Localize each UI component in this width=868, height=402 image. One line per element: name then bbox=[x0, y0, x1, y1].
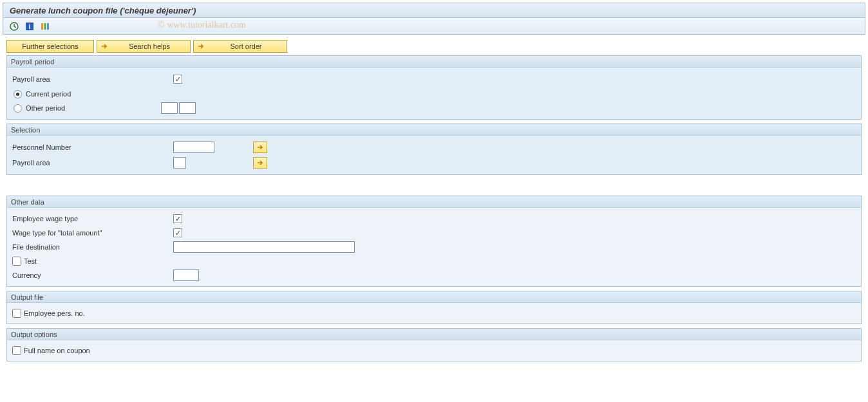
sel-payroll-area-input[interactable] bbox=[173, 157, 186, 169]
app-toolbar: i © www.tutorialkart.com bbox=[3, 18, 865, 35]
content-area: Further selections Search helps Sort ord… bbox=[0, 35, 868, 370]
wage-type-total-checkbox[interactable]: ✓ bbox=[173, 228, 182, 237]
currency-label: Currency bbox=[12, 271, 173, 279]
sel-payroll-area-multi-button[interactable] bbox=[253, 157, 267, 169]
search-helps-button[interactable]: Search helps bbox=[97, 40, 191, 53]
personnel-number-multi-button[interactable] bbox=[253, 142, 267, 153]
payroll-area-label: Payroll area bbox=[12, 75, 173, 83]
further-selections-label: Further selections bbox=[22, 42, 78, 50]
watermark-text: © www.tutorialkart.com bbox=[158, 20, 246, 30]
arrow-right-icon bbox=[100, 42, 109, 51]
sort-order-button[interactable]: Sort order bbox=[193, 40, 287, 53]
execute-icon[interactable] bbox=[8, 21, 20, 32]
other-data-group: Other data Employee wage type ✓ Wage typ… bbox=[6, 196, 862, 287]
arrow-right-icon bbox=[196, 42, 205, 51]
payroll-area-checkbox[interactable]: ✓ bbox=[173, 75, 182, 84]
page-title: Generate lunch coupon file ('chèque déje… bbox=[10, 6, 196, 15]
further-selections-button[interactable]: Further selections bbox=[6, 40, 94, 53]
employee-pers-no-label: Employee pers. no. bbox=[24, 309, 85, 317]
personnel-number-input[interactable] bbox=[173, 142, 214, 153]
sort-order-label: Sort order bbox=[231, 42, 262, 50]
file-destination-label: File destination bbox=[12, 243, 173, 251]
search-helps-label: Search helps bbox=[129, 42, 170, 50]
employee-wage-type-checkbox[interactable]: ✓ bbox=[173, 214, 182, 223]
currency-input[interactable] bbox=[173, 270, 199, 281]
output-file-header: Output file bbox=[7, 291, 861, 303]
output-file-group: Output file Employee pers. no. bbox=[6, 291, 862, 324]
test-checkbox[interactable] bbox=[12, 257, 21, 266]
selection-group: Selection Personnel Number Payroll area bbox=[6, 123, 862, 175]
employee-pers-no-checkbox[interactable] bbox=[12, 309, 21, 318]
wage-type-total-label: Wage type for "total amount" bbox=[12, 229, 173, 237]
current-period-radio[interactable] bbox=[14, 90, 22, 98]
full-name-label: Full name on coupon bbox=[24, 347, 90, 354]
sel-payroll-area-label: Payroll area bbox=[12, 159, 173, 167]
output-options-group: Output options Full name on coupon bbox=[6, 328, 862, 361]
other-period-input-1[interactable] bbox=[161, 102, 178, 114]
svg-text:i: i bbox=[29, 23, 31, 30]
selection-header: Selection bbox=[7, 124, 861, 136]
svg-rect-5 bbox=[47, 23, 49, 30]
other-period-radio[interactable] bbox=[14, 104, 22, 113]
personnel-number-label: Personnel Number bbox=[12, 143, 173, 151]
other-period-label: Other period bbox=[26, 104, 161, 112]
variant-icon[interactable] bbox=[39, 21, 51, 32]
svg-rect-3 bbox=[41, 23, 43, 30]
payroll-period-group: Payroll period Payroll area ✓ Current pe… bbox=[6, 55, 862, 120]
test-label: Test bbox=[24, 257, 37, 265]
svg-rect-4 bbox=[44, 23, 46, 30]
payroll-period-header: Payroll period bbox=[7, 56, 861, 68]
output-options-header: Output options bbox=[7, 329, 861, 340]
full-name-checkbox[interactable] bbox=[12, 346, 21, 355]
info-icon[interactable]: i bbox=[24, 21, 35, 32]
title-bar: Generate lunch coupon file ('chèque déje… bbox=[3, 3, 865, 18]
selection-button-row: Further selections Search helps Sort ord… bbox=[6, 40, 862, 53]
current-period-label: Current period bbox=[26, 90, 71, 98]
file-destination-input[interactable] bbox=[173, 241, 355, 253]
other-data-header: Other data bbox=[7, 196, 861, 208]
other-period-input-2[interactable] bbox=[179, 102, 196, 114]
employee-wage-type-label: Employee wage type bbox=[12, 215, 173, 223]
